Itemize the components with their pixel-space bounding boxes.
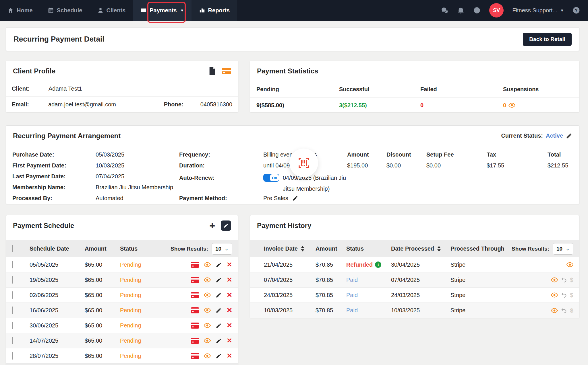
edit-pencil-icon[interactable] <box>216 292 222 298</box>
edit-pencil-icon[interactable] <box>216 323 222 329</box>
eye-icon[interactable] <box>551 277 558 282</box>
user-menu[interactable]: Fitness Support... ▼ <box>512 7 564 14</box>
client-label: Client: <box>12 85 49 92</box>
charge-card-icon[interactable] <box>191 277 199 283</box>
nav-item-home[interactable]: Home <box>0 0 40 21</box>
nav-item-payments[interactable]: Payments ▼ <box>133 0 191 21</box>
refund-undo-icon[interactable] <box>561 277 567 283</box>
date-processed: 30/04/2025 <box>391 261 450 268</box>
clock-icon[interactable] <box>473 7 481 14</box>
processed-by-value: Automated <box>96 195 123 202</box>
row-checkbox[interactable] <box>12 291 13 299</box>
delete-x-icon[interactable]: ✕ <box>227 307 232 314</box>
charge-card-icon[interactable] <box>191 353 199 359</box>
edit-pencil-icon[interactable] <box>216 338 222 344</box>
dollar-icon[interactable]: $ <box>570 276 573 283</box>
charge-card-icon[interactable] <box>191 307 199 313</box>
bell-icon[interactable] <box>457 7 465 14</box>
charge-card-icon[interactable] <box>191 338 199 344</box>
refund-undo-icon[interactable] <box>561 292 567 298</box>
nav-item-reports[interactable]: Reports <box>192 0 237 21</box>
eye-icon[interactable] <box>566 262 573 267</box>
payment-schedule-title: Payment Schedule <box>13 222 74 230</box>
eye-icon[interactable] <box>551 292 558 298</box>
show-results-select[interactable]: 10 ⌄ <box>212 243 232 255</box>
refund-undo-icon[interactable] <box>561 307 567 314</box>
charge-card-icon[interactable] <box>191 292 199 298</box>
delete-x-icon[interactable]: ✕ <box>227 322 232 329</box>
eye-icon[interactable] <box>204 262 211 267</box>
back-to-retail-button[interactable]: Back to Retail <box>523 33 572 46</box>
chevron-down-icon: ▼ <box>560 8 564 13</box>
eye-icon[interactable] <box>204 292 211 298</box>
edit-pencil-icon[interactable] <box>566 133 572 139</box>
nav-item-label: Reports <box>208 7 230 14</box>
delete-x-icon[interactable]: ✕ <box>227 276 232 283</box>
avatar[interactable]: SV <box>489 3 504 17</box>
row-checkbox[interactable] <box>12 261 13 268</box>
history-status: Paid <box>346 307 358 314</box>
eye-icon[interactable] <box>204 338 211 343</box>
nav-item-schedule[interactable]: Schedule <box>40 0 90 21</box>
dollar-icon[interactable]: $ <box>570 307 573 314</box>
edit-pencil-icon[interactable] <box>216 307 222 313</box>
pricing-value-setup-fee: $0.00 <box>426 160 487 171</box>
add-payment-icon[interactable]: + <box>209 221 215 231</box>
history-status: Refunded <box>346 261 373 268</box>
row-checkbox[interactable] <box>12 276 13 284</box>
processed-through: Stripe <box>450 292 548 298</box>
eye-icon[interactable] <box>204 353 211 358</box>
edit-pencil-icon[interactable] <box>216 277 222 283</box>
sort-icon[interactable] <box>301 246 305 251</box>
processed-through: Stripe <box>450 277 548 283</box>
page-title: Recurring Payment Detail <box>13 35 104 44</box>
eye-icon[interactable] <box>508 103 515 108</box>
delete-x-icon[interactable]: ✕ <box>227 292 232 298</box>
eye-icon[interactable] <box>204 323 211 328</box>
pricing-header-tax: Tax <box>487 149 548 160</box>
delete-x-icon[interactable]: ✕ <box>227 261 232 268</box>
chat-icon[interactable] <box>441 7 448 14</box>
edit-schedule-icon[interactable] <box>221 220 231 231</box>
payment-card-icon[interactable] <box>222 68 231 75</box>
row-checkbox[interactable] <box>12 307 13 314</box>
delete-x-icon[interactable]: ✕ <box>227 337 232 344</box>
date-processed: 24/03/2025 <box>391 292 450 298</box>
charge-card-icon[interactable] <box>191 262 199 268</box>
show-results-select[interactable]: 10 ⌄ <box>553 243 573 255</box>
payment-history-card: Payment History Invoice Date Amount Stat… <box>250 215 579 318</box>
invoice-date: 07/04/2025 <box>264 277 316 283</box>
charge-card-icon[interactable] <box>191 323 199 329</box>
row-checkbox[interactable] <box>12 322 13 329</box>
column-amount: Amount <box>85 245 120 252</box>
document-icon[interactable] <box>209 67 216 75</box>
select-all-checkbox[interactable] <box>12 245 13 252</box>
edit-pencil-icon[interactable] <box>216 353 222 359</box>
row-checkbox[interactable] <box>12 352 13 360</box>
stat-header-pending: Pending <box>256 86 339 93</box>
history-row: 21/04/2025 $70.85 Refunded i 30/04/2025 … <box>250 257 579 272</box>
payment-schedule-card: Payment Schedule + Schedule Date Amount … <box>6 215 238 365</box>
client-profile-title: Client Profile <box>13 67 55 75</box>
sort-icon[interactable] <box>437 246 441 251</box>
edit-pencil-icon[interactable] <box>292 195 298 201</box>
nav-item-clients[interactable]: Clients <box>90 0 133 21</box>
row-checkbox[interactable] <box>12 337 13 344</box>
phone-label: Phone: <box>164 101 200 108</box>
delete-x-icon[interactable]: ✕ <box>227 352 232 359</box>
eye-icon[interactable] <box>551 308 558 313</box>
eye-icon[interactable] <box>204 277 211 282</box>
eye-icon[interactable] <box>204 308 211 313</box>
schedule-amount: $65.00 <box>85 292 120 298</box>
schedule-row: 16/06/2025 $65.00 Pending ✕ <box>6 303 238 318</box>
schedule-date: 28/07/2025 <box>30 353 85 359</box>
info-icon[interactable]: i <box>375 261 381 268</box>
auto-renew-toggle[interactable]: On <box>263 174 279 182</box>
pricing-header-setup-fee: Setup Fee <box>426 149 487 160</box>
edit-pencil-icon[interactable] <box>216 262 222 268</box>
history-status: Paid <box>346 292 358 298</box>
payment-statistics-card: Payment Statistics Pending Successful Fa… <box>250 61 579 112</box>
help-icon[interactable]: ? <box>572 7 580 14</box>
barcode-scan-overlay[interactable] <box>289 149 318 177</box>
dollar-icon[interactable]: $ <box>570 292 573 298</box>
